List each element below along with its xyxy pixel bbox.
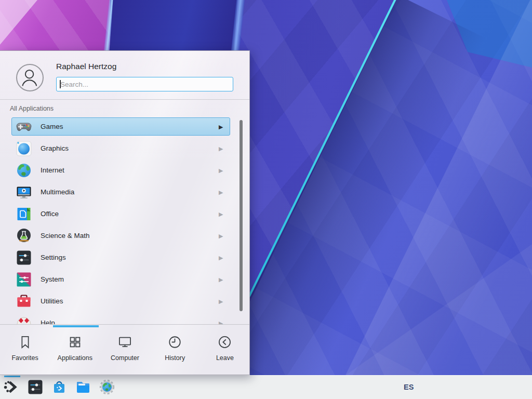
tab-favorites[interactable]: Favorites xyxy=(0,327,50,375)
category-label: Internet xyxy=(41,159,64,181)
category-row-office[interactable]: Office ▶ xyxy=(0,203,250,225)
web-browser-globe-icon xyxy=(99,379,115,395)
globe-icon xyxy=(16,162,32,179)
tab-leave[interactable]: Leave xyxy=(200,327,250,375)
gamepad-icon xyxy=(16,118,32,135)
submenu-arrow-icon: ▶ xyxy=(219,138,223,159)
toolbox-icon xyxy=(16,293,32,310)
submenu-arrow-icon: ▶ xyxy=(219,159,223,181)
category-label: Games xyxy=(41,116,63,138)
category-row-settings[interactable]: Settings ▶ xyxy=(0,247,250,269)
launcher-active-indicator xyxy=(4,376,20,377)
category-row-utilities[interactable]: Utilities ▶ xyxy=(0,290,250,312)
launcher-tab-bar: Favorites Applications Computer History xyxy=(0,327,250,375)
system-sliders-icon xyxy=(16,271,32,288)
category-label: Settings xyxy=(41,247,66,269)
system-settings-task-button[interactable] xyxy=(27,379,44,395)
category-row-games[interactable]: Games ▶ xyxy=(0,116,250,138)
category-label: Office xyxy=(41,203,59,225)
category-row-science-math[interactable]: Science & Math ▶ xyxy=(0,225,250,247)
footer-separator xyxy=(0,324,249,325)
monitor-icon xyxy=(117,335,132,350)
category-row-system[interactable]: System ▶ xyxy=(0,269,250,290)
graphics-sphere-icon xyxy=(16,140,32,157)
category-list: Games ▶ Graphics ▶ xyxy=(0,114,250,324)
submenu-arrow-icon: ▶ xyxy=(219,269,223,290)
keyboard-layout-indicator[interactable]: ES xyxy=(404,375,414,399)
submenu-arrow-icon: ▶ xyxy=(219,181,223,203)
app-grid-icon xyxy=(68,335,83,350)
file-manager-folder-icon xyxy=(75,379,91,395)
category-label: System xyxy=(41,269,64,290)
submenu-arrow-icon: ▶ xyxy=(219,247,223,269)
taskbar-panel: ES 7:03 PM 4/24/21 xyxy=(0,375,532,399)
tab-computer[interactable]: Computer xyxy=(100,327,150,375)
discover-task-button[interactable] xyxy=(51,379,68,395)
submenu-arrow-icon: ▶ xyxy=(219,203,223,225)
bookmark-icon xyxy=(18,335,33,350)
list-scrollbar[interactable] xyxy=(240,120,243,311)
file-manager-task-button[interactable] xyxy=(75,379,91,395)
flask-icon xyxy=(16,228,32,244)
desktop: Raphael Hertzog All Applications Games ▶ xyxy=(0,0,532,399)
tab-history[interactable]: History xyxy=(150,327,200,375)
user-name: Raphael Hertzog xyxy=(56,62,116,71)
submenu-arrow-icon: ▶ xyxy=(219,116,223,138)
category-label: Science & Math xyxy=(41,225,90,247)
multimedia-monitor-icon xyxy=(16,184,32,201)
text-caret xyxy=(60,80,61,88)
application-launcher-button[interactable] xyxy=(3,379,20,395)
category-row-graphics[interactable]: Graphics ▶ xyxy=(0,138,250,159)
user-avatar[interactable] xyxy=(16,64,44,91)
office-document-icon xyxy=(16,206,32,222)
section-label: All Applications xyxy=(10,105,54,112)
submenu-arrow-icon: ▶ xyxy=(219,225,223,247)
clock-icon xyxy=(167,335,182,350)
tab-applications[interactable]: Applications xyxy=(50,327,100,375)
discover-store-icon xyxy=(51,379,68,395)
search-box[interactable] xyxy=(56,77,233,91)
settings-sliders-icon xyxy=(16,249,32,266)
submenu-arrow-icon: ▶ xyxy=(219,312,223,324)
web-browser-task-button[interactable] xyxy=(99,379,115,395)
category-row-multimedia[interactable]: Multimedia ▶ xyxy=(0,181,250,203)
kde-kickoff-icon xyxy=(3,379,20,395)
application-launcher-popup: Raphael Hertzog All Applications Games ▶ xyxy=(0,50,250,375)
header-separator xyxy=(0,99,249,100)
system-settings-icon xyxy=(27,379,44,395)
category-row-internet[interactable]: Internet ▶ xyxy=(0,159,250,181)
category-label: Utilities xyxy=(41,290,63,312)
wallpaper-purple-strip xyxy=(0,0,312,51)
category-label: Multimedia xyxy=(41,181,74,203)
category-label: Help xyxy=(41,312,55,324)
search-input[interactable] xyxy=(57,77,233,91)
submenu-arrow-icon: ▶ xyxy=(219,290,223,312)
logout-icon xyxy=(217,335,232,350)
lifebuoy-icon xyxy=(16,315,32,324)
category-row-help[interactable]: Help ▶ xyxy=(0,312,250,324)
category-label: Graphics xyxy=(41,138,69,159)
